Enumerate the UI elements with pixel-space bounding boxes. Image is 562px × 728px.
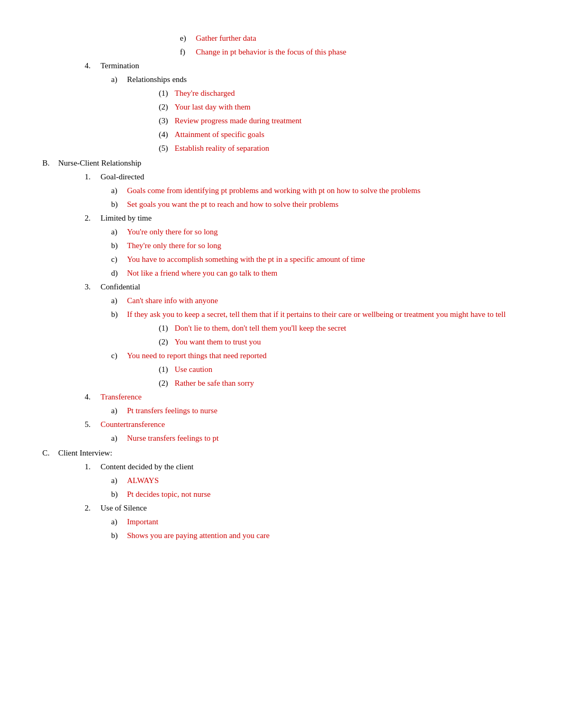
item-B3c1-label: (1) (159, 363, 175, 376)
item-C1b-label: b) (111, 488, 127, 501)
item-C2b: b) Shows you are paying attention and yo… (111, 529, 520, 542)
item-C1a-label: a) (111, 474, 127, 487)
item-B5-label: 5. (85, 418, 101, 431)
sub2-text: Your last day with them (175, 101, 520, 113)
sub4-label: (4) (159, 128, 175, 141)
item-C2b-label: b) (111, 529, 127, 542)
item-C2b-text: Shows you are paying attention and you c… (127, 529, 520, 542)
item-4-text: Termination (101, 59, 520, 72)
item-B3b1: (1) Don't lie to them, don't tell them y… (159, 322, 520, 334)
item-B1b: b) Set goals you want the pt to reach an… (111, 198, 520, 211)
item-4a-sub3: (3) Review progress made during treatmen… (159, 114, 520, 127)
item-4a-sub4: (4) Attainment of specific goals (159, 128, 520, 141)
sub3-text: Review progress made during treatment (175, 114, 520, 127)
item-e-label: e) (180, 32, 196, 44)
item-B2a-label: a) (111, 225, 127, 238)
item-C1: 1. Content decided by the client (85, 460, 520, 473)
item-B2: 2. Limited by time (85, 212, 520, 224)
item-4: 4. Termination (85, 59, 520, 72)
item-B2d-label: d) (111, 267, 127, 279)
item-B3b-label: b) (111, 308, 127, 321)
item-B4-label: 4. (85, 390, 101, 403)
item-B1a: a) Goals come from identifying pt proble… (111, 184, 520, 197)
item-B2d: d) Not like a friend where you can go ta… (111, 267, 520, 279)
item-B3b: b) If they ask you to keep a secret, tel… (111, 308, 520, 321)
item-B5-text: Countertransference (101, 418, 520, 431)
item-B4a-label: a) (111, 404, 127, 417)
item-B2d-text: Not like a friend where you can go talk … (127, 267, 520, 279)
item-e: e) Gather further data (180, 32, 520, 44)
item-B5a-label: a) (111, 432, 127, 444)
item-B2-text: Limited by time (101, 212, 520, 224)
item-B2a-text: You're only there for so long (127, 225, 520, 238)
sub2-label: (2) (159, 101, 175, 113)
item-B3a: a) Can't share info with anyone (111, 294, 520, 307)
item-B2c-label: c) (111, 253, 127, 266)
item-B3a-text: Can't share info with anyone (127, 294, 520, 307)
item-4a-sub2: (2) Your last day with them (159, 101, 520, 113)
item-B1: 1. Goal-directed (85, 170, 520, 183)
sub1-text: They're discharged (175, 87, 520, 99)
item-B1a-text: Goals come from identifying pt problems … (127, 184, 520, 197)
item-C2a: a) Important (111, 515, 520, 528)
item-4a: a) Relationships ends (111, 73, 520, 86)
item-B3b2: (2) You want them to trust you (159, 335, 520, 348)
sub5-label: (5) (159, 142, 175, 154)
item-B2b-text: They're only there for so long (127, 239, 520, 252)
item-C1-label: 1. (85, 460, 101, 473)
item-B2c-text: You have to accomplish something with th… (127, 253, 520, 266)
sub1-label: (1) (159, 87, 175, 99)
item-B3c2: (2) Rather be safe than sorry (159, 377, 520, 389)
item-C1a-text: ALWAYS (127, 474, 520, 487)
item-B2c: c) You have to accomplish something with… (111, 253, 520, 266)
item-C1a: a) ALWAYS (111, 474, 520, 487)
item-B-label: B. (42, 157, 58, 169)
item-C1b-text: Pt decides topic, not nurse (127, 488, 520, 501)
item-B4: 4. Transference (85, 390, 520, 403)
item-B4a: a) Pt transfers feelings to nurse (111, 404, 520, 417)
item-B2-label: 2. (85, 212, 101, 224)
document-content: e) Gather further data f) Change in pt b… (42, 32, 520, 542)
item-B5: 5. Countertransference (85, 418, 520, 431)
item-B1b-label: b) (111, 198, 127, 211)
sub4-text: Attainment of specific goals (175, 128, 520, 141)
item-B5a-text: Nurse transfers feelings to pt (127, 432, 520, 444)
item-B3c1: (1) Use caution (159, 363, 520, 376)
item-4-label: 4. (85, 59, 101, 72)
item-C2-label: 2. (85, 502, 101, 514)
item-B3b2-label: (2) (159, 335, 175, 348)
item-f-text: Change in pt behavior is the focus of th… (196, 46, 520, 58)
sub5-text: Establish reality of separation (175, 142, 520, 154)
item-B3c2-label: (2) (159, 377, 175, 389)
item-4a-text: Relationships ends (127, 73, 520, 86)
item-C1-text: Content decided by the client (101, 460, 520, 473)
item-B1-label: 1. (85, 170, 101, 183)
item-B3b1-label: (1) (159, 322, 175, 334)
item-B3c: c) You need to report things that need r… (111, 349, 520, 362)
item-B4a-text: Pt transfers feelings to nurse (127, 404, 520, 417)
item-B3c2-text: Rather be safe than sorry (175, 377, 520, 389)
item-B3c-label: c) (111, 349, 127, 362)
item-B3b2-text: You want them to trust you (175, 335, 520, 348)
item-B: B. Nurse-Client Relationship (42, 157, 520, 169)
item-B4-text: Transference (101, 390, 520, 403)
item-B1-text: Goal-directed (101, 170, 520, 183)
item-B3c1-text: Use caution (175, 363, 520, 376)
item-C2-text: Use of Silence (101, 502, 520, 514)
item-B3a-label: a) (111, 294, 127, 307)
item-f: f) Change in pt behavior is the focus of… (180, 46, 520, 58)
item-C-text: Client Interview: (58, 447, 520, 459)
sub3-label: (3) (159, 114, 175, 127)
item-C1b: b) Pt decides topic, not nurse (111, 488, 520, 501)
item-B1a-label: a) (111, 184, 127, 197)
item-B3: 3. Confidential (85, 280, 520, 293)
item-B3b-text: If they ask you to keep a secret, tell t… (127, 308, 520, 321)
item-f-label: f) (180, 46, 196, 58)
item-4a-sub1: (1) They're discharged (159, 87, 520, 99)
item-B3-label: 3. (85, 280, 101, 293)
item-C2a-label: a) (111, 515, 127, 528)
item-B3-text: Confidential (101, 280, 520, 293)
item-4a-label: a) (111, 73, 127, 86)
item-B2b-label: b) (111, 239, 127, 252)
item-C2: 2. Use of Silence (85, 502, 520, 514)
